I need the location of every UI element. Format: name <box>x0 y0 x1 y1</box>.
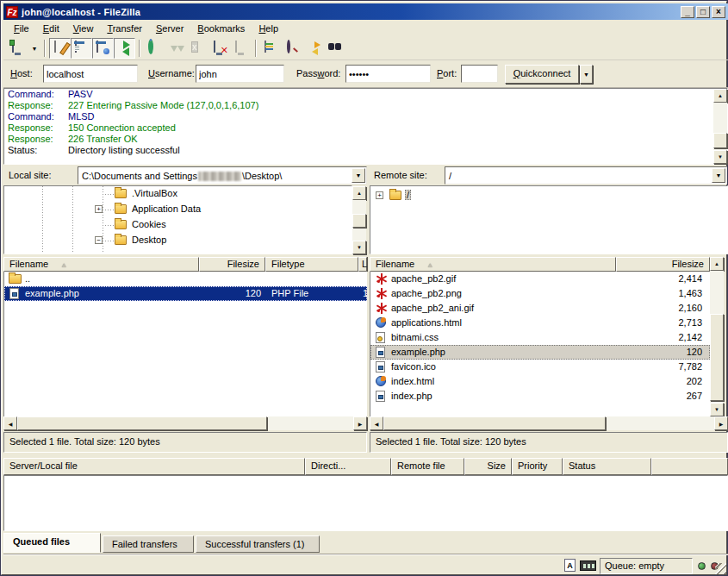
menu-server[interactable]: Server <box>149 22 190 35</box>
tab-queued-files[interactable]: Queued files <box>3 533 101 553</box>
quickconnect-button[interactable]: Quickconnect <box>505 65 579 84</box>
reconnect-button[interactable] <box>230 38 252 59</box>
menu-help[interactable]: Help <box>252 22 285 35</box>
remote-site-dropdown-button[interactable]: ▼ <box>712 168 725 183</box>
remote-row[interactable]: favicon.ico7,782 <box>370 360 710 374</box>
local-site-combo[interactable]: C:\Documents and Settings\Desktop\ ▼ <box>78 166 367 185</box>
disconnect-button[interactable]: ✕ <box>208 38 230 59</box>
title-bar[interactable]: Fz john@localhost - FileZilla _ □ × <box>3 3 728 20</box>
local-row-updir[interactable]: .. <box>4 272 367 286</box>
tree-item-desktop[interactable]: Desktop <box>130 235 168 245</box>
directory-comparison-button[interactable] <box>282 38 303 59</box>
menu-edit[interactable]: Edit <box>36 22 66 35</box>
remote-row[interactable]: apache_pb2.gif2,414 <box>370 272 710 286</box>
log-scroll-down-button[interactable]: ▼ <box>713 150 727 164</box>
tab-successful-transfers[interactable]: Successful transfers (1) <box>196 535 320 553</box>
expand-icon[interactable]: + <box>376 191 383 199</box>
sort-asc-icon: ▲ <box>426 261 433 269</box>
remote-row[interactable]: apache_pb2.png1,463 <box>370 286 710 301</box>
tree-item-virtualbox[interactable]: .VirtualBox <box>130 188 179 198</box>
toolbar-separator <box>139 40 140 57</box>
queue-column-size[interactable]: Size <box>464 458 512 475</box>
remote-row[interactable]: index.php267 <box>370 389 710 404</box>
remote-row[interactable]: apache_pb2_ani.gif2,160 <box>370 301 710 316</box>
toggle-remote-tree-button[interactable] <box>92 38 114 59</box>
queue-column-server-local-file[interactable]: Server/Local file <box>3 458 305 475</box>
remote-column-filesize[interactable]: Filesize <box>616 257 710 272</box>
collapse-icon[interactable]: − <box>95 236 103 244</box>
queue-column-remote-file[interactable]: Remote file <box>391 458 464 475</box>
quickconnect-dropdown-button[interactable]: ▼ <box>580 65 593 84</box>
local-column-lastmodified[interactable]: L <box>358 257 367 272</box>
queue-column-status[interactable]: Status <box>563 458 651 475</box>
remote-row[interactable]: applications.html2,713 <box>370 316 710 330</box>
remote-path: / <box>449 171 451 181</box>
local-column-filetype[interactable]: Filetype <box>265 257 358 272</box>
tree-item-application-data[interactable]: Application Data <box>130 203 202 214</box>
local-selection-status: Selected 1 file. Total size: 120 bytes <box>3 432 367 453</box>
message-log: Command:PASV Response:227 Entering Passi… <box>3 88 728 165</box>
username-input[interactable] <box>196 65 284 83</box>
datatype-ascii-icon[interactable]: A <box>564 559 576 572</box>
local-tree-scroll-down-button[interactable]: ▼ <box>352 241 366 254</box>
local-row-example-php[interactable]: example.php 120 PHP File 1 <box>4 286 367 301</box>
host-input[interactable] <box>43 65 138 83</box>
log-scrollbar-thumb[interactable] <box>713 133 727 148</box>
menu-view[interactable]: View <box>66 22 101 35</box>
close-button[interactable]: × <box>712 6 725 18</box>
resize-grip[interactable] <box>715 563 726 574</box>
menu-transfer[interactable]: Transfer <box>100 22 149 35</box>
minimize-icon: _ <box>685 7 690 16</box>
filter-button[interactable] <box>260 38 282 59</box>
toggle-message-log-button[interactable] <box>49 38 71 59</box>
synchronized-browsing-button[interactable] <box>303 38 325 59</box>
remote-column-filename[interactable]: Filename▲ <box>370 257 616 272</box>
local-column-filename[interactable]: Filename▲ <box>3 257 199 272</box>
php-file-icon <box>9 288 19 299</box>
toolbar: ▼ x ✕ <box>3 37 728 60</box>
remote-list-scroll-up-button[interactable]: ▲ <box>710 257 724 271</box>
remote-list-scrollbar-thumb[interactable] <box>710 314 724 401</box>
local-column-filesize[interactable]: Filesize <box>199 257 265 272</box>
remote-row-selected[interactable]: example.php120 <box>370 345 710 360</box>
local-site-dropdown-button[interactable]: ▼ <box>352 168 365 183</box>
remote-hscrollbar-thumb[interactable] <box>383 416 606 430</box>
minimize-button[interactable]: _ <box>681 6 694 18</box>
queue-column-priority[interactable]: Priority <box>512 458 563 475</box>
remote-scroll-right-button[interactable]: ▶ <box>714 416 728 430</box>
remote-row[interactable]: bitnami.css2,142 <box>370 330 710 345</box>
apache-file-icon <box>376 288 387 299</box>
local-tree-scroll-up-button[interactable]: ▲ <box>352 186 366 200</box>
password-input[interactable] <box>345 65 431 83</box>
speedlimit-icon[interactable] <box>580 560 596 571</box>
menu-bookmarks[interactable]: Bookmarks <box>190 22 252 35</box>
local-tree-scrollbar-thumb[interactable] <box>352 214 366 228</box>
site-manager-button[interactable] <box>7 38 28 59</box>
site-manager-dropdown-button[interactable]: ▼ <box>28 38 40 59</box>
port-input[interactable] <box>461 65 498 83</box>
remote-row[interactable]: index.html202 <box>370 374 710 389</box>
disconnect-icon <box>214 41 215 53</box>
tree-item-root[interactable]: / <box>405 190 411 200</box>
local-scroll-right-button[interactable]: ▶ <box>353 416 367 430</box>
toggle-local-tree-button[interactable] <box>71 38 92 59</box>
refresh-button[interactable] <box>144 38 165 59</box>
toggle-queue-button[interactable] <box>114 38 135 59</box>
window-title: john@localhost - FileZilla <box>22 7 679 17</box>
local-scroll-left-button[interactable]: ◀ <box>3 416 17 430</box>
apache-file-icon <box>376 273 387 285</box>
queue-column-direction[interactable]: Directi... <box>305 458 391 475</box>
menu-file[interactable]: File <box>7 22 36 35</box>
tree-item-cookies[interactable]: Cookies <box>130 219 168 229</box>
maximize-button[interactable]: □ <box>696 6 710 18</box>
local-hscrollbar-thumb[interactable] <box>17 416 267 430</box>
log-scroll-up-button[interactable]: ▲ <box>713 89 727 103</box>
process-queue-button[interactable] <box>165 38 187 59</box>
expand-icon[interactable]: + <box>95 205 103 213</box>
find-files-button[interactable] <box>325 38 346 59</box>
cancel-operation-button[interactable]: x <box>187 38 208 59</box>
remote-list-scroll-down-button[interactable]: ▼ <box>710 403 724 416</box>
remote-scroll-left-button[interactable]: ◀ <box>370 416 383 430</box>
tab-failed-transfers[interactable]: Failed transfers <box>103 535 194 553</box>
remote-site-combo[interactable]: / ▼ <box>445 166 727 185</box>
